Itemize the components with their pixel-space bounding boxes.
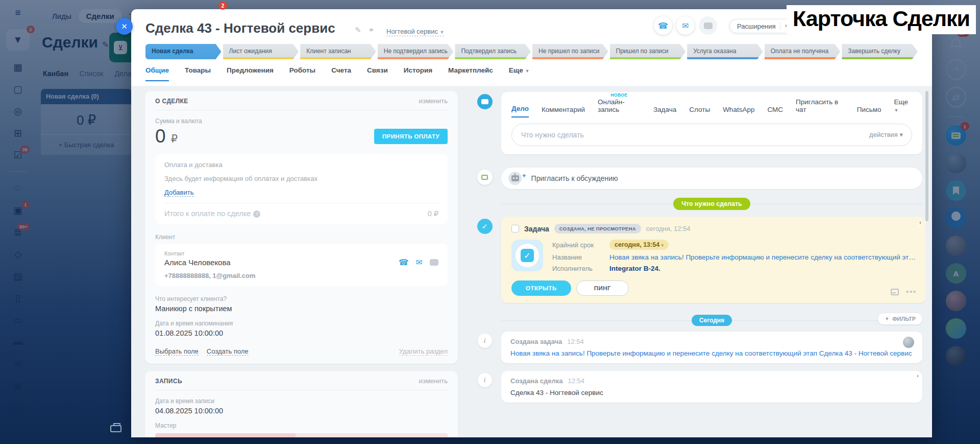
more-actions-icon[interactable]: •••	[906, 288, 917, 296]
stage-waitlist[interactable]: Лист ожидания	[223, 44, 299, 59]
delete-section-link[interactable]: Удалить раздел	[399, 347, 448, 356]
close-modal-button[interactable]: ✕	[116, 18, 133, 35]
chat-bubble-icon[interactable]	[430, 259, 438, 266]
chat-button[interactable]	[699, 16, 717, 35]
modal-scrollbar[interactable]	[925, 91, 928, 221]
executor-value[interactable]: Integrator B-24.	[609, 265, 660, 272]
tab-history[interactable]: История	[404, 66, 432, 81]
stage-client-booked[interactable]: Клиент записан	[300, 44, 376, 59]
stage-showed-up[interactable]: Пришел по записи	[610, 44, 686, 59]
reminder-value[interactable]: 01.08.2025 10:00:00	[155, 329, 448, 337]
task-time: сегодня, 12:54	[646, 225, 691, 232]
robot-avatar	[508, 172, 522, 185]
comment-icon	[477, 170, 493, 185]
deadline-label: Крайний срок	[552, 241, 609, 249]
entry-link[interactable]: Новая звяка на запись! Проверьте информа…	[510, 349, 913, 357]
chevron-down-icon: ▼	[894, 108, 899, 113]
actions-dropdown[interactable]: действия ▾	[869, 131, 903, 138]
stage-finish-deal[interactable]: Завершить сделку	[842, 44, 918, 59]
tab-marketplace[interactable]: Маркетплейс	[448, 66, 493, 81]
add-payment-link[interactable]: Добавить	[164, 189, 193, 197]
about-deal-card: О СДЕЛКЕ изменить Сумма и валюта 0 ₽ ПРИ…	[145, 91, 458, 364]
comment-icon[interactable]	[891, 289, 899, 295]
contact-details[interactable]: +78888888888, 1@gmail.com	[164, 272, 438, 279]
info-icon: i	[478, 373, 492, 387]
phone-icon[interactable]: ☎	[399, 258, 409, 267]
tab-invite-chat[interactable]: Пригласить в чат	[796, 98, 844, 118]
tab-whatsapp[interactable]: WhatsApp	[723, 106, 754, 118]
master-label: Мастер	[155, 422, 448, 429]
tab-relations[interactable]: Связи	[367, 66, 388, 81]
stage-no-show[interactable]: Не пришел по записи	[532, 44, 608, 59]
tab-sms[interactable]: СМС	[767, 106, 783, 118]
timeline-tabs: Дело Комментарий НОВОЕОнлайн-запись Зада…	[511, 98, 912, 118]
filter-button[interactable]: ▼ ФИЛЬТР	[878, 313, 922, 324]
nav-counter-badge: 2	[218, 2, 227, 10]
entry-text: Сделка 43 - Ногтевой сервис	[510, 389, 913, 396]
edit-section-link[interactable]: изменить	[419, 97, 448, 105]
task-type: Задача	[524, 225, 549, 233]
stage-payment-missing[interactable]: Оплата не получена	[765, 44, 841, 59]
stage-not-confirmed[interactable]: Не подтвердил запись	[378, 44, 454, 59]
master-field[interactable]	[155, 433, 448, 437]
amount-value[interactable]: 0 ₽	[155, 126, 178, 147]
tab-quotes[interactable]: Предложения	[227, 66, 274, 81]
ping-button[interactable]: ПИНГ	[576, 281, 629, 296]
chevron-down-icon: ▾	[899, 131, 903, 138]
info-icon: i	[478, 334, 492, 348]
tab-letter[interactable]: Письмо	[857, 106, 881, 118]
client-label: Клиент	[155, 233, 448, 241]
extensions-button[interactable]: Расширения▼	[729, 19, 795, 33]
deal-content: О СДЕЛКЕ изменить Сумма и валюта 0 ₽ ПРИ…	[131, 86, 932, 437]
tab-products[interactable]: Товары	[185, 66, 211, 81]
printer-icon[interactable]	[110, 425, 121, 432]
tab-robots[interactable]: Роботы	[289, 66, 315, 81]
record-date-value[interactable]: 04.08.2025 10:00:00	[155, 407, 448, 415]
edit-section-link[interactable]: изменить	[419, 377, 448, 385]
accept-payment-button[interactable]: ПРИНЯТЬ ОПЛАТУ	[374, 129, 448, 144]
mail-icon[interactable]: ✉	[416, 258, 423, 267]
deadline-value[interactable]: сегодня, 13:54 ▾	[609, 240, 669, 250]
stage-new-deal[interactable]: Новая сделка	[145, 44, 222, 59]
todo-input[interactable]	[511, 124, 912, 146]
tab-activity[interactable]: Дело	[511, 105, 529, 118]
chevron-down-icon: ▼	[525, 68, 530, 74]
tab-slots[interactable]: Слоты	[689, 106, 710, 118]
todo-pill: Что нужно сделать	[673, 198, 750, 210]
tab-comment[interactable]: Комментарий	[542, 106, 585, 118]
timeline-column: Дело Комментарий НОВОЕОнлайн-запись Зада…	[468, 92, 922, 403]
task-card: Задача СОЗДАНА, НЕ ПРОСМОТРЕНА сегодня, …	[501, 217, 926, 303]
call-button[interactable]: ☎	[654, 16, 672, 35]
help-icon[interactable]: ?	[253, 211, 260, 218]
chat-bubble-icon	[704, 22, 713, 29]
open-task-button[interactable]: ОТКРЫТЬ	[511, 281, 571, 296]
create-field-link[interactable]: Создать поле	[207, 347, 249, 356]
tab-more[interactable]: Еще ▼	[894, 98, 912, 118]
mail-icon: ✉	[682, 21, 689, 31]
task-type-icon: ✓	[511, 240, 543, 271]
invite-to-discussion[interactable]: + Пригласить к обсуждению	[501, 168, 922, 189]
select-field-link[interactable]: Выбрать поле	[155, 347, 199, 356]
invite-row: + Пригласить к обсуждению	[468, 168, 922, 189]
edit-title-icon[interactable]: ✎	[355, 26, 361, 35]
screen: ≡ ▼ 2 ▦ ▢ ◎ ⊞ ☑ 38 ◌ ▣ 1 ≣ 99+ ◇ ▤ ▯ ▭ ▬…	[0, 0, 980, 444]
contact-label: Контакт	[164, 250, 438, 256]
tab-online-booking[interactable]: НОВОЕОнлайн-запись	[598, 98, 641, 118]
stage-confirmed[interactable]: Подтвердил запись	[455, 44, 531, 59]
pipeline-selector[interactable]: Ногтевой сервис ▼	[386, 28, 444, 36]
tab-task[interactable]: Задача	[653, 106, 676, 118]
record-card: ЗАПИСЬ изменить Дата и время записи 04.0…	[145, 371, 458, 437]
interest-value[interactable]: Маникюр с покрытием	[155, 305, 448, 313]
deal-fields-column: О СДЕЛКЕ изменить Сумма и валюта 0 ₽ ПРИ…	[145, 91, 458, 437]
tab-general[interactable]: Общие	[145, 66, 169, 81]
contact-name[interactable]: Алиса Человекова	[164, 258, 231, 267]
task-name-link[interactable]: Новая звяка на запись! Проверьте информа…	[609, 253, 916, 261]
task-checkbox[interactable]	[511, 225, 519, 232]
tab-more[interactable]: Еще ▼	[509, 66, 530, 81]
copy-link-icon[interactable]: ⚭	[368, 26, 375, 35]
stage-service-done[interactable]: Услуга оказана	[687, 44, 763, 59]
funnel-icon: ▼	[885, 316, 889, 321]
email-button[interactable]: ✉	[676, 16, 695, 35]
tab-invoices[interactable]: Счета	[331, 66, 351, 81]
contact-card: Контакт Алиса Человекова ☎ ✉ +7888888888…	[155, 244, 448, 286]
